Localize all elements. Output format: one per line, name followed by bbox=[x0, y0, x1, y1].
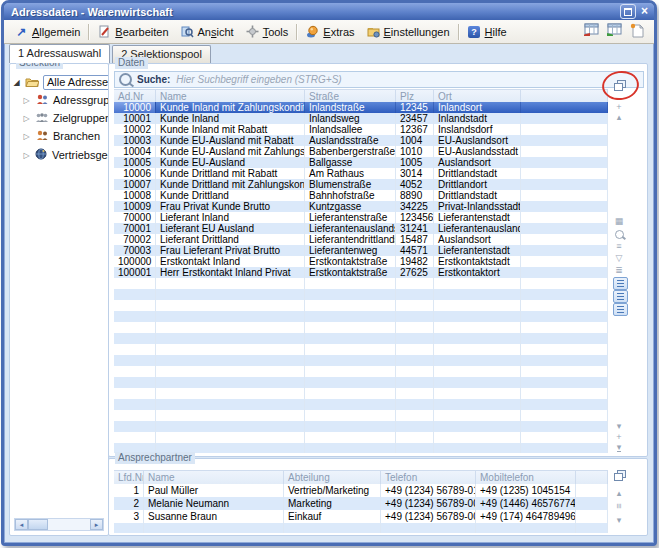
import-table-icon[interactable] bbox=[606, 23, 622, 38]
table-row[interactable]: 100000Erstkontakt InlandErstkontaktstraß… bbox=[114, 256, 608, 267]
scroll-left-icon[interactable]: ◂ bbox=[15, 519, 28, 530]
tree-collapsed-icon[interactable]: ▷ bbox=[22, 96, 31, 105]
table-row[interactable]: 70000Lieferant InlandLieferantenstraße12… bbox=[114, 212, 608, 223]
column-header-name[interactable]: Name bbox=[156, 90, 305, 102]
table-cell bbox=[305, 388, 396, 399]
column-header-strasse[interactable]: Straße bbox=[305, 90, 396, 102]
grid-view-icon[interactable]: ▦ bbox=[612, 215, 626, 227]
table-cell bbox=[521, 201, 608, 212]
menu-hilfe[interactable]: ? Hilfe bbox=[462, 23, 513, 40]
table-row[interactable]: 10003Kunde EU-Ausland mit RabattAuslands… bbox=[114, 135, 608, 146]
table-cell: Babenbergerstraße bbox=[305, 146, 396, 157]
menu-bearbeiten[interactable]: Bearbeiten bbox=[92, 23, 174, 40]
list-view-icon[interactable] bbox=[613, 303, 628, 316]
scroll-down-icon[interactable]: ▾ bbox=[612, 514, 626, 526]
table-cell bbox=[521, 300, 608, 311]
tree-item-alle-adressen[interactable]: ◢ Alle Adressen bbox=[12, 75, 118, 90]
tree-collapsed-icon[interactable]: ▷ bbox=[22, 114, 31, 123]
column-header-lfdnr[interactable]: Lfd.Nr. bbox=[114, 471, 144, 484]
address-table: 10000Kunde Inland mit Zahlungskondition … bbox=[114, 102, 608, 453]
table-cell: 12367 bbox=[396, 124, 434, 135]
tab-adressauswahl[interactable]: 1 Adressauswahl bbox=[9, 44, 110, 63]
table-cell bbox=[434, 311, 521, 322]
table-cell: Auslandsort bbox=[434, 234, 521, 245]
scroll-bottom-icon[interactable]: ▾ bbox=[612, 441, 626, 453]
sort-rows-icon[interactable]: ≡ bbox=[612, 240, 626, 252]
column-header-mobiltelefon[interactable]: Mobiltelefon bbox=[476, 471, 576, 484]
menu-extras[interactable]: Extras bbox=[300, 23, 360, 40]
table-cell bbox=[156, 344, 305, 355]
table-row[interactable]: 10004Kunde EU-Ausland mit Zahlungskondti… bbox=[114, 146, 608, 157]
selection-hscrollbar[interactable]: ◂ ▸ bbox=[14, 518, 104, 531]
table-cell bbox=[576, 497, 608, 510]
tree-collapsed-icon[interactable]: ▷ bbox=[22, 151, 31, 160]
column-header-telefon[interactable]: Telefon bbox=[381, 471, 476, 484]
close-button[interactable]: × bbox=[641, 5, 648, 18]
table-cell bbox=[284, 523, 381, 533]
export-table-icon[interactable] bbox=[583, 23, 599, 38]
table-row[interactable]: 2Melanie NeumannMarketing+49 (1234) 5678… bbox=[114, 497, 608, 510]
new-document-icon[interactable] bbox=[629, 23, 645, 38]
table-cell bbox=[521, 135, 608, 146]
table-row[interactable]: 10001Kunde InlandInlandsweg23457Inlandst… bbox=[114, 113, 608, 124]
table-row[interactable]: 10000Kunde Inland mit Zahlungskondition … bbox=[114, 102, 608, 113]
table-cell: Lieferant EU Ausland bbox=[156, 223, 305, 234]
table-cell bbox=[305, 278, 396, 289]
scroll-top-icon[interactable]: ▴ bbox=[612, 111, 626, 123]
table-row[interactable]: 1Paul MüllerVertrieb/Marketing+49 (1234)… bbox=[114, 484, 608, 497]
print-rows-icon[interactable]: ≣ bbox=[612, 264, 626, 276]
menu-ansicht[interactable]: Ansicht bbox=[175, 23, 240, 40]
table-cell bbox=[434, 366, 521, 377]
scroll-right-icon[interactable]: ▸ bbox=[90, 519, 103, 530]
table-cell bbox=[521, 124, 608, 135]
scroll-up-icon[interactable]: ▴ bbox=[612, 487, 626, 499]
table-row[interactable]: 10009Frau Privat Kunde BruttoKuntzgasse3… bbox=[114, 201, 608, 212]
table-empty-row bbox=[114, 388, 608, 399]
table-row[interactable]: 10006Kunde Drittland mit RabattAm Rathau… bbox=[114, 168, 608, 179]
table-row[interactable]: 10008Kunde DrittlandBahnhofstraße8890Dri… bbox=[114, 190, 608, 201]
scrollbar-track[interactable] bbox=[48, 519, 90, 530]
restore-button[interactable] bbox=[620, 4, 636, 19]
list-view-icon[interactable] bbox=[613, 290, 628, 303]
search-input[interactable] bbox=[174, 73, 639, 87]
table-row[interactable]: 10002Kunde Inland mit RabattInlandsallee… bbox=[114, 124, 608, 135]
copy-rows-icon[interactable] bbox=[612, 469, 626, 481]
tree-item-branchen[interactable]: ▷ Branchen bbox=[22, 130, 100, 143]
table-cell: Auslandsort bbox=[434, 157, 521, 168]
table-row[interactable]: 70001Lieferant EU AuslandLieferantenausl… bbox=[114, 223, 608, 234]
tree-expanded-icon[interactable]: ◢ bbox=[12, 78, 21, 87]
search-rows-icon[interactable] bbox=[612, 228, 626, 240]
column-header-ort[interactable]: Ort bbox=[434, 90, 521, 102]
table-row[interactable]: 10007Kunde Drittland mit Zahlungskonditi… bbox=[114, 179, 608, 190]
table-cell: 23457 bbox=[396, 113, 434, 124]
tree-collapsed-icon[interactable]: ▷ bbox=[22, 132, 31, 141]
column-header-name[interactable]: Name bbox=[144, 471, 284, 484]
tree-item-zielgruppen[interactable]: ▷ Zielgruppen bbox=[22, 112, 111, 125]
table-cell bbox=[396, 432, 434, 443]
table-cell bbox=[396, 300, 434, 311]
menu-allgemein[interactable]: ↗ Allgemein bbox=[9, 23, 86, 40]
column-header-adnr[interactable]: Ad.Nr▼ bbox=[114, 90, 156, 102]
selection-panel: Selektion ◢ Alle Adressen ▷ Adressgruppe… bbox=[9, 63, 109, 536]
menu-tools[interactable]: Tools bbox=[240, 23, 295, 40]
column-header-plz[interactable]: Plz bbox=[396, 90, 434, 102]
table-row[interactable]: 3Susanne BraunEinkauf+49 (1234) 56789-00… bbox=[114, 510, 608, 523]
search-icon bbox=[119, 73, 132, 86]
table-cell bbox=[114, 399, 156, 410]
table-row[interactable]: 70003Frau Lieferant Privat BruttoLiefera… bbox=[114, 245, 608, 256]
filter-rows-icon[interactable]: ▽ bbox=[612, 252, 626, 264]
column-header-abteilung[interactable]: Abteilung bbox=[284, 471, 381, 484]
table-cell bbox=[396, 377, 434, 388]
table-cell: Lieferant Inland bbox=[156, 212, 305, 223]
columns-icon[interactable]: ≡ bbox=[612, 500, 626, 512]
table-cell bbox=[576, 484, 608, 497]
table-row[interactable]: 100001Herr Erstkontakt Inland PrivatErst… bbox=[114, 267, 608, 278]
menu-einstellungen[interactable]: Einstellungen bbox=[361, 23, 456, 40]
list-view-icon[interactable] bbox=[613, 277, 628, 290]
table-cell bbox=[434, 443, 521, 453]
scrollbar-thumb[interactable] bbox=[28, 519, 48, 530]
copy-rows-icon[interactable] bbox=[612, 79, 626, 91]
table-cell: 70003 bbox=[114, 245, 156, 256]
table-row[interactable]: 10005Kunde EU-AuslandBallgasse1005Auslan… bbox=[114, 157, 608, 168]
table-row[interactable]: 70002Lieferant DrittlandLieferantendritt… bbox=[114, 234, 608, 245]
